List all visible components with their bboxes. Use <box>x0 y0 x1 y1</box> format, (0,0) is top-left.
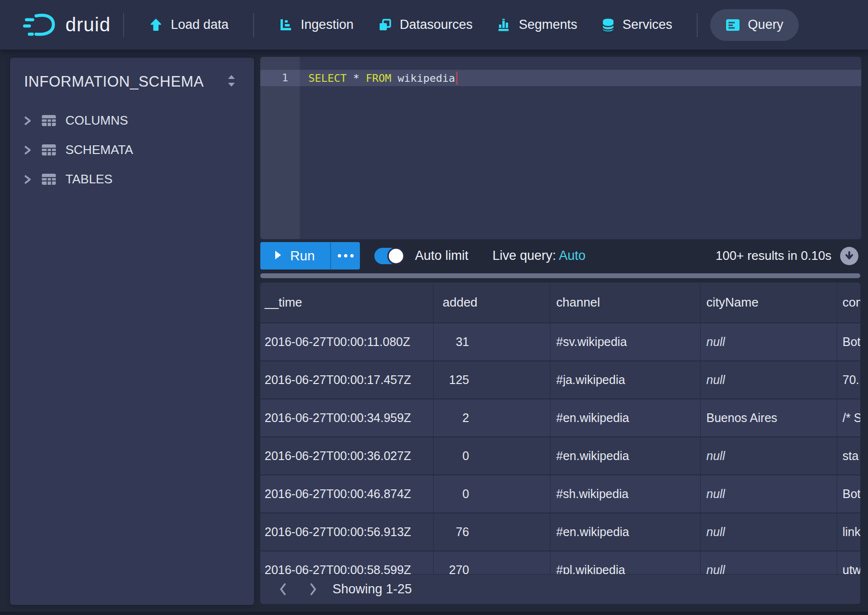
download-icon[interactable] <box>840 247 858 265</box>
toggle-knob <box>389 249 403 263</box>
run-button-label: Run <box>290 248 315 264</box>
cell--time[interactable]: 2016-06-27T00:00:34.959Z <box>260 399 434 436</box>
cell-comment[interactable]: Bot <box>837 475 860 512</box>
nav-item-datasources[interactable]: Datasources <box>366 9 485 41</box>
run-button[interactable]: Run <box>260 242 330 269</box>
table-row: 2016-06-27T00:00:17.457Z125#ja.wikipedia… <box>260 360 860 398</box>
results-grid: __timeaddedchannelcityNamecomment2016-06… <box>260 282 860 589</box>
brand[interactable]: druid <box>23 12 111 38</box>
cell-comment[interactable]: sta <box>837 437 860 474</box>
cell-channel[interactable]: #en.wikipedia <box>550 437 701 474</box>
schema-title[interactable]: INFORMATION_SCHEMA <box>24 73 204 90</box>
cell-cityname[interactable]: Buenos Aires <box>701 399 837 436</box>
query-editor[interactable]: 1 SELECT * FROM wikipedia <box>260 57 861 239</box>
druid-console: druid Load dataIngestionDatasourcesSegme… <box>0 0 868 615</box>
sql-line[interactable]: SELECT * FROM wikipedia <box>300 70 861 86</box>
nav-item-label: Segments <box>519 17 577 32</box>
horizontal-scrollbar[interactable] <box>260 273 860 278</box>
nav-item-services[interactable]: Services <box>589 9 685 41</box>
sidebar-item-label: TABLES <box>65 172 113 187</box>
brand-name: druid <box>65 14 111 36</box>
table-icon <box>41 114 56 127</box>
cell-channel[interactable]: #sh.wikipedia <box>550 475 701 512</box>
live-query-value[interactable]: Auto <box>559 248 586 263</box>
column-header-comment[interactable]: comment <box>837 282 860 322</box>
cell-channel[interactable]: #en.wikipedia <box>550 399 701 436</box>
nav-divider <box>253 13 254 37</box>
cell-added[interactable]: 125 <box>434 361 550 398</box>
sql-token: FROM <box>366 72 391 84</box>
cell--time[interactable]: 2016-06-27T00:00:11.080Z <box>260 323 434 360</box>
schema-selector[interactable]: INFORMATION_SCHEMA <box>10 58 254 103</box>
sidebar-item-columns[interactable]: COLUMNS <box>10 106 254 135</box>
cell--time[interactable]: 2016-06-27T00:00:17.457Z <box>260 361 434 398</box>
sidebar-item-schemata[interactable]: SCHEMATA <box>10 135 254 165</box>
table-row: 2016-06-27T00:00:34.959Z2#en.wikipediaBu… <box>260 398 860 436</box>
sql-text: SELECT * FROM wikipedia <box>308 72 455 84</box>
column-header-channel[interactable]: channel <box>550 282 701 322</box>
nav-divider <box>697 13 698 37</box>
cell-channel[interactable]: #sv.wikipedia <box>550 323 701 360</box>
nav-item-load-data[interactable]: Load data <box>137 9 241 41</box>
cell-cityname[interactable]: null <box>701 475 837 512</box>
cell-cityname[interactable]: null <box>701 361 837 398</box>
cell--time[interactable]: 2016-06-27T00:00:46.874Z <box>260 475 434 512</box>
sidebar-item-label: SCHEMATA <box>65 142 133 157</box>
cell-comment[interactable]: /* S <box>837 399 860 436</box>
play-icon <box>274 248 282 264</box>
cell-added[interactable]: 2 <box>434 399 550 436</box>
nav-item-ingestion[interactable]: Ingestion <box>267 9 366 41</box>
table-row: 2016-06-27T00:00:56.913Z76#en.wikipedian… <box>260 512 860 551</box>
chevron-right-icon[interactable] <box>23 145 32 155</box>
grid-header-row: __timeaddedchannelcityNamecomment <box>260 282 860 322</box>
schema-sidebar: INFORMATION_SCHEMA COLUMNSSCHEMATATABLES <box>10 58 254 605</box>
cell-cityname[interactable]: null <box>701 437 837 474</box>
next-page-button[interactable] <box>298 575 328 604</box>
column-header-cityname[interactable]: cityName <box>701 282 837 322</box>
chevron-right-icon[interactable] <box>23 115 32 126</box>
sql-token: wikipedia <box>391 72 455 84</box>
table-row: 2016-06-27T00:00:36.027Z0#en.wikipedianu… <box>260 436 860 474</box>
schema-tree: COLUMNSSCHEMATATABLES <box>10 103 254 194</box>
cell-cityname[interactable]: null <box>701 513 837 551</box>
top-nav: druid Load dataIngestionDatasourcesSegme… <box>0 0 868 50</box>
nav-item-segments[interactable]: Segments <box>485 9 589 41</box>
auto-limit-label: Auto limit <box>415 248 468 263</box>
nav-item-label: Datasources <box>400 17 473 32</box>
editor-gutter: 1 <box>260 57 300 239</box>
more-icon <box>338 254 341 257</box>
cell--time[interactable]: 2016-06-27T00:00:36.027Z <box>260 437 434 474</box>
live-query-label: Live query: <box>492 248 556 263</box>
prev-page-button[interactable] <box>268 575 298 604</box>
cell-comment[interactable]: 70. <box>837 361 860 398</box>
chevron-right-icon[interactable] <box>23 174 32 185</box>
nav-item-query[interactable]: Query <box>710 9 799 41</box>
auto-limit-toggle[interactable] <box>374 248 404 264</box>
table-row: 2016-06-27T00:00:11.080Z31#sv.wikipedian… <box>260 322 860 360</box>
cell-added[interactable]: 0 <box>434 475 550 512</box>
cell-channel[interactable]: #en.wikipedia <box>550 513 701 551</box>
ingestion-icon <box>279 18 293 32</box>
cell-channel[interactable]: #ja.wikipedia <box>550 361 701 398</box>
cell-comment[interactable]: Bot <box>837 323 860 360</box>
double-caret-icon[interactable] <box>226 74 237 90</box>
cell-added[interactable]: 31 <box>434 323 550 360</box>
cell-added[interactable]: 0 <box>434 437 550 474</box>
table-icon <box>41 143 56 156</box>
cell-added[interactable]: 76 <box>434 513 550 551</box>
line-number: 1 <box>260 70 300 86</box>
column-header-added[interactable]: added <box>434 282 550 322</box>
sidebar-item-label: COLUMNS <box>65 113 128 128</box>
pagination-bar: Showing 1-25 <box>260 574 860 604</box>
pagination-status: Showing 1-25 <box>332 582 412 597</box>
nav-item-label: Query <box>748 17 783 32</box>
cell-comment[interactable]: link <box>837 513 860 551</box>
sidebar-item-tables[interactable]: TABLES <box>10 165 254 194</box>
query-icon <box>726 19 740 31</box>
cell--time[interactable]: 2016-06-27T00:00:56.913Z <box>260 513 434 551</box>
text-cursor <box>456 72 458 85</box>
run-more-button[interactable] <box>330 242 360 269</box>
cell-cityname[interactable]: null <box>701 323 837 360</box>
nav-item-label: Services <box>623 17 673 32</box>
column-header--time[interactable]: __time <box>260 282 434 322</box>
